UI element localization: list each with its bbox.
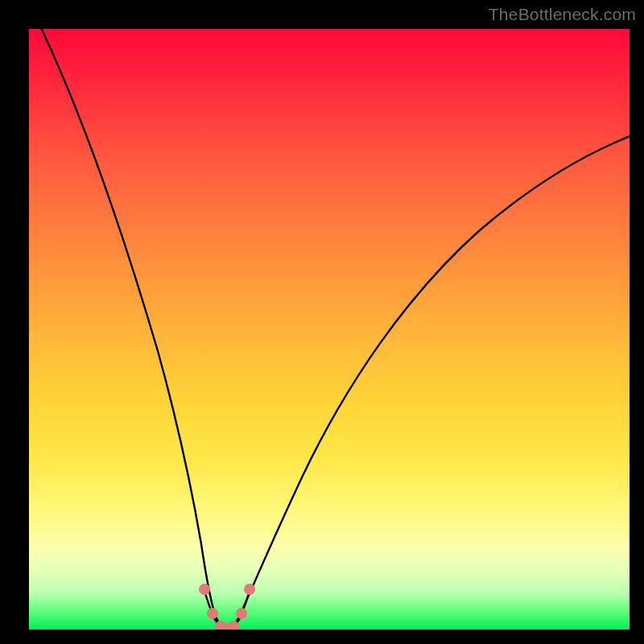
marker-dot-l2 xyxy=(207,608,218,619)
marker-dot-r2 xyxy=(236,608,247,619)
marker-dot-left xyxy=(199,584,210,595)
chart-frame: TheBottleneck.com xyxy=(0,0,644,644)
marker-dot-right xyxy=(244,584,255,595)
plot-area xyxy=(29,29,630,630)
curve-path xyxy=(34,29,630,628)
watermark-text: TheBottleneck.com xyxy=(489,5,636,24)
bottleneck-curve xyxy=(29,29,630,630)
